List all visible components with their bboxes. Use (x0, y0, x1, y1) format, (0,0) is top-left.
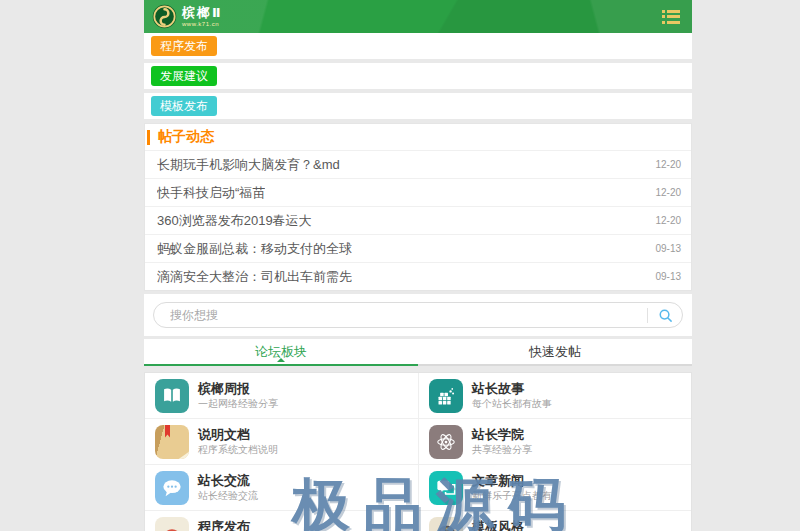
accent-bar (147, 130, 150, 145)
chat-bubble-icon (155, 471, 189, 505)
open-book-icon (155, 379, 189, 413)
post-list-item[interactable]: 长期玩手机影响大脑发育？&md 12-20 (145, 150, 691, 178)
logo-swirl-icon (152, 4, 177, 29)
message-icon (429, 471, 463, 505)
palette-icon (429, 517, 463, 531)
atom-icon (429, 425, 463, 459)
pixel-cubes-icon (429, 379, 463, 413)
post-feed-title: 帖子动态 (158, 128, 214, 146)
tab-bar: 论坛板块 快速发帖 (144, 339, 692, 366)
template-release-button[interactable]: 模板发布 (151, 96, 217, 116)
quick-button-row: 发展建议 (144, 63, 692, 89)
forum-cell-docs[interactable]: 说明文档 程序系统文档说明 (145, 418, 418, 464)
post-date: 12-20 (655, 159, 681, 170)
logo-subtitle: www.k71.cn (182, 21, 223, 27)
post-date: 12-20 (655, 187, 681, 198)
forum-cell-exchange[interactable]: 站长交流 站长经验交流 (145, 464, 418, 510)
post-list-item[interactable]: 蚂蚁金服副总裁：移动支付的全球 09-13 (145, 234, 691, 262)
post-date: 09-13 (655, 271, 681, 282)
search-box (153, 302, 683, 328)
development-suggestion-button[interactable]: 发展建议 (151, 66, 217, 86)
search-input[interactable] (168, 307, 647, 323)
site-logo[interactable]: 槟榔Ⅱ www.k71.cn (152, 4, 223, 29)
search-icon[interactable] (648, 303, 682, 327)
search-section (144, 294, 692, 336)
quick-button-row: 程序发布 (144, 33, 692, 59)
post-list-item[interactable]: 滴滴安全大整治：司机出车前需先 09-13 (145, 262, 691, 290)
post-date: 09-13 (655, 243, 681, 254)
forum-cell-academy[interactable]: 站长学院 共享经验分享 (418, 418, 691, 464)
forum-cell-news[interactable]: 文章新闻 新鲜乐子亮点都有 (418, 464, 691, 510)
quick-button-row: 模板发布 (144, 93, 692, 119)
post-list-item[interactable]: 360浏览器发布2019春运大 12-20 (145, 206, 691, 234)
forum-cell-program-release[interactable]: 程序发布 槟榔最新版本程序下载 (145, 510, 418, 531)
logo-title: 槟榔Ⅱ (182, 6, 223, 19)
notebook-bookmark-icon (155, 425, 189, 459)
post-feed-card: 帖子动态 长期玩手机影响大脑发育？&md 12-20 快手科技启动“福苗 12-… (144, 123, 692, 291)
forum-grid: 槟榔周报 一起网络经验分享 站长故事 每个站长都有故事 (144, 372, 692, 531)
post-date: 12-20 (655, 215, 681, 226)
page-canvas: 槟榔Ⅱ www.k71.cn 程序发布 发展建议 模板发布 帖子动态 (0, 0, 800, 531)
tab-quick-post[interactable]: 快速发帖 (418, 339, 692, 366)
post-list-item[interactable]: 快手科技启动“福苗 12-20 (145, 178, 691, 206)
list-menu-icon[interactable] (662, 7, 680, 26)
post-feed-header: 帖子动态 (145, 124, 691, 150)
app-header: 槟榔Ⅱ www.k71.cn (144, 0, 692, 33)
program-release-button[interactable]: 程序发布 (151, 36, 217, 56)
tab-forum-sections[interactable]: 论坛板块 (144, 339, 418, 366)
rainbow-icon (155, 517, 189, 531)
forum-cell-webmaster-story[interactable]: 站长故事 每个站长都有故事 (418, 373, 691, 418)
forum-cell-template-style[interactable]: 模板风格 最新模板下载 (418, 510, 691, 531)
forum-cell-weekly[interactable]: 槟榔周报 一起网络经验分享 (145, 373, 418, 418)
content-column: 槟榔Ⅱ www.k71.cn 程序发布 发展建议 模板发布 帖子动态 (144, 0, 692, 531)
